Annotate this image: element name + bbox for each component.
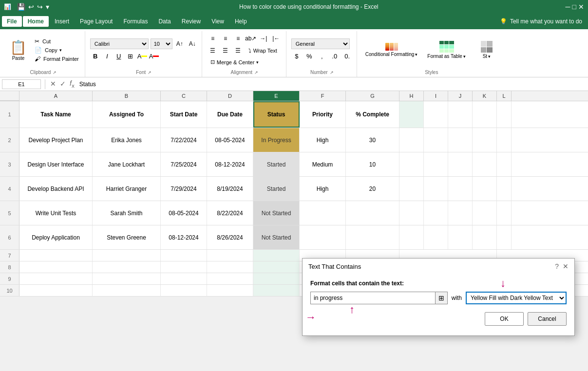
- dialog-text-input[interactable]: [310, 292, 435, 297]
- underline-button[interactable]: U: [114, 51, 124, 61]
- col-header-g[interactable]: G: [346, 91, 399, 101]
- cell-b4[interactable]: Harriet Granger: [93, 177, 161, 201]
- cell-e6[interactable]: Not Started: [253, 225, 300, 249]
- menu-item-file[interactable]: File: [2, 16, 22, 27]
- cell-c1[interactable]: Start Date: [161, 101, 207, 128]
- qat-dropdown-icon[interactable]: ▾: [46, 3, 49, 11]
- cell-g3[interactable]: 10: [346, 152, 399, 176]
- cell-e5[interactable]: Not Started: [253, 201, 300, 225]
- cell-g1[interactable]: % Complete: [346, 101, 399, 128]
- border-button[interactable]: ⊞: [125, 51, 136, 61]
- col-header-c[interactable]: C: [161, 91, 207, 101]
- cell-b7[interactable]: [93, 250, 161, 261]
- alignment-expand-icon[interactable]: ↗: [254, 70, 258, 75]
- col-header-f[interactable]: F: [300, 91, 346, 101]
- align-top-center-btn[interactable]: ≡: [220, 33, 231, 44]
- wrap-text-button[interactable]: ⤵ Wrap Text: [245, 45, 281, 56]
- menu-item-help[interactable]: Help: [230, 16, 252, 27]
- cell-b5[interactable]: Sarah Smith: [93, 201, 161, 225]
- col-header-e[interactable]: E: [253, 91, 300, 101]
- comma-btn[interactable]: ,: [317, 51, 327, 61]
- cell-l5[interactable]: [497, 201, 512, 225]
- cell-k4[interactable]: [473, 177, 497, 201]
- increase-font-btn[interactable]: A↑: [174, 38, 185, 49]
- paste-button[interactable]: 📋 Paste: [6, 37, 31, 63]
- dialog-help-button[interactable]: ?: [555, 262, 559, 270]
- fill-color-button[interactable]: A: [137, 51, 148, 61]
- number-expand-icon[interactable]: ↗: [330, 70, 334, 75]
- cell-h5[interactable]: [399, 201, 424, 225]
- cell-e2[interactable]: In Progress: [253, 128, 300, 152]
- dialog-close-button[interactable]: ✕: [563, 262, 569, 270]
- align-top-right-btn[interactable]: ≡: [232, 33, 244, 44]
- cut-button[interactable]: ✂ Cut: [33, 37, 81, 45]
- cond-format-dropdown[interactable]: ▾: [415, 52, 417, 57]
- cell-a5[interactable]: Write Unit Tests: [19, 201, 93, 225]
- cell-e8[interactable]: [253, 261, 300, 273]
- cell-b6[interactable]: Steven Greene: [93, 225, 161, 249]
- cell-i4[interactable]: [424, 177, 448, 201]
- cell-c8[interactable]: [161, 261, 207, 273]
- cell-a4[interactable]: Develop Backend API: [19, 177, 93, 201]
- minimize-icon[interactable]: ─: [566, 3, 570, 11]
- cell-d5[interactable]: 8/22/2024: [207, 201, 253, 225]
- cell-k3[interactable]: [473, 152, 497, 176]
- dialog-format-select[interactable]: Yellow Fill with Dark Yellow Text Light …: [466, 292, 567, 297]
- cell-styles-dropdown[interactable]: ▾: [488, 54, 491, 59]
- merge-center-button[interactable]: ⊡ Merge & Center ▾: [207, 57, 263, 67]
- cell-c4[interactable]: 7/29/2024: [161, 177, 207, 201]
- menu-item-formulas[interactable]: Formulas: [118, 16, 152, 27]
- cell-f5[interactable]: [300, 201, 346, 225]
- cell-a10[interactable]: [19, 285, 93, 296]
- cell-j4[interactable]: [448, 177, 473, 201]
- cell-h4[interactable]: [399, 177, 424, 201]
- format-as-table-button[interactable]: Format as Table ▾: [424, 38, 469, 61]
- redo-icon[interactable]: ↪: [37, 3, 43, 11]
- italic-button[interactable]: I: [102, 51, 113, 61]
- cell-j2[interactable]: [448, 128, 473, 152]
- cell-e7[interactable]: [253, 250, 300, 261]
- insert-function-icon[interactable]: fx: [69, 79, 76, 89]
- menu-item-pagelayout[interactable]: Page Layout: [75, 16, 117, 27]
- cell-a7[interactable]: [19, 250, 93, 261]
- cell-h3[interactable]: [399, 152, 424, 176]
- cell-b1[interactable]: Assigned To: [93, 101, 161, 128]
- cell-c7[interactable]: [161, 250, 207, 261]
- confirm-formula-icon[interactable]: ✓: [59, 80, 67, 88]
- cell-i1[interactable]: [424, 101, 448, 128]
- cell-c2[interactable]: 7/22/2024: [161, 128, 207, 152]
- cell-e3[interactable]: Started: [253, 152, 300, 176]
- cell-j1[interactable]: [448, 101, 473, 128]
- number-format-select[interactable]: General: [291, 38, 350, 49]
- cell-i3[interactable]: [424, 152, 448, 176]
- font-color-button[interactable]: A: [149, 51, 159, 61]
- cell-k2[interactable]: [473, 128, 497, 152]
- cell-k1[interactable]: [473, 101, 497, 128]
- cell-f4[interactable]: High: [300, 177, 346, 201]
- cell-d7[interactable]: [207, 250, 253, 261]
- cell-i6[interactable]: [424, 225, 448, 249]
- cell-h2[interactable]: [399, 128, 424, 152]
- cell-l4[interactable]: [497, 177, 512, 201]
- decrease-font-btn[interactable]: A↓: [187, 38, 198, 49]
- col-header-k[interactable]: K: [473, 91, 497, 101]
- cell-l6[interactable]: [497, 225, 512, 249]
- align-center-btn[interactable]: ☰: [220, 45, 231, 56]
- bold-button[interactable]: B: [90, 51, 101, 61]
- increase-decimal-btn[interactable]: .0: [329, 51, 340, 61]
- cell-f6[interactable]: [300, 225, 346, 249]
- font-size-select[interactable]: 10: [151, 38, 172, 49]
- cell-d1[interactable]: Due Date: [207, 101, 253, 128]
- col-header-a[interactable]: A: [19, 91, 93, 101]
- cell-f1[interactable]: Priority: [300, 101, 346, 128]
- cell-d6[interactable]: 8/26/2024: [207, 225, 253, 249]
- cell-d4[interactable]: 8/19/2024: [207, 177, 253, 201]
- cell-j6[interactable]: [448, 225, 473, 249]
- cell-a9[interactable]: [19, 273, 93, 284]
- col-header-l[interactable]: L: [497, 91, 512, 101]
- col-header-d[interactable]: D: [207, 91, 253, 101]
- copy-button[interactable]: 📄 Copy ▾: [33, 46, 81, 54]
- cell-l3[interactable]: [497, 152, 512, 176]
- menu-item-insert[interactable]: Insert: [50, 16, 74, 27]
- cell-e4[interactable]: Started: [253, 177, 300, 201]
